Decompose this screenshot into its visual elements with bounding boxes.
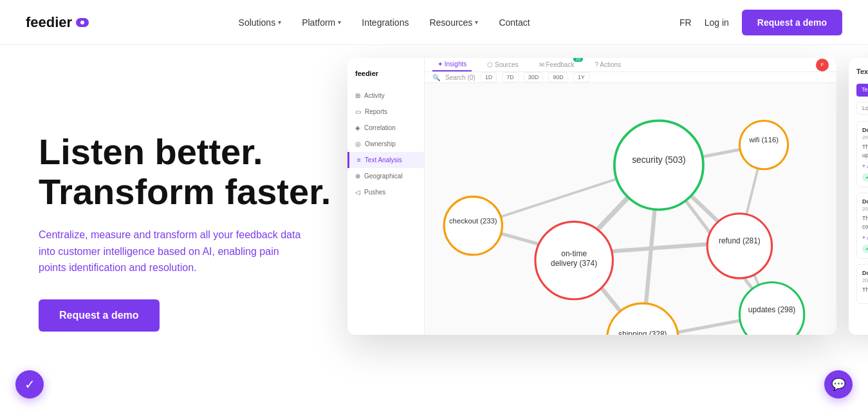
nav-right: FR Log in Request a demo	[679, 10, 842, 35]
nav-resources[interactable]: Resources ▾	[429, 17, 478, 28]
feedback-card: Do you have any improvements for our tea…	[856, 193, 868, 259]
pushes-icon: ◁	[355, 189, 360, 196]
language-switcher[interactable]: FR	[679, 17, 692, 28]
tab-sources[interactable]: ⬡ Sources	[482, 59, 523, 71]
activity-icon: ⊞	[355, 92, 360, 99]
tab-feedback[interactable]: ✉ Feedback 10	[534, 59, 580, 71]
svg-text:checkout (233): checkout (233)	[449, 217, 497, 225]
feedback-badge: 10	[573, 58, 584, 62]
text-panel-title: Text Answers	[856, 68, 868, 75]
svg-text:security (503): security (503)	[632, 155, 686, 165]
feedback-question: Do you have any improvements for our tea…	[862, 127, 868, 133]
correlation-icon: ◈	[355, 124, 360, 131]
text-panel-tabs: Text Answers Keyword Ranking	[856, 84, 868, 97]
search-row: 🔍 Search (0) 1D 7D 30D 90D 1Y	[425, 72, 836, 83]
score-badge: ✓ 42%	[862, 173, 868, 182]
tab-text-answers[interactable]: Text Answers	[856, 84, 868, 97]
sidebar-item-pushes[interactable]: ◁ Pushes	[347, 184, 424, 200]
nav-platform[interactable]: Platform ▾	[302, 17, 341, 28]
feedback-question: Do you have any improvements for our tea…	[862, 270, 868, 276]
sidebar-item-ownership[interactable]: ◎ Ownership	[347, 136, 424, 152]
hero-left: Listen better. Transform faster. Central…	[39, 132, 347, 332]
score-badge: ✓ 23%	[862, 245, 868, 253]
hero-title: Listen better. Transform faster.	[39, 132, 347, 211]
sidebar-item-activity[interactable]: ⊞ Activity	[347, 88, 424, 104]
nav-request-demo-button[interactable]: Request a demo	[742, 10, 842, 35]
feedback-date: 2023-08-03 11:33:03	[862, 278, 868, 283]
text-panel-header: Text Answers New Topic	[856, 66, 868, 77]
feedback-scores: ✓ 42% ✗ 4% ✗ 1% ✓ 54% 76.50%	[862, 173, 868, 182]
logo-icon	[76, 18, 89, 27]
chevron-down-icon: ▾	[475, 19, 478, 26]
check-icon: ✓	[24, 377, 35, 392]
navbar: feedier Solutions ▾ Platform ▾ Integrati…	[0, 0, 868, 45]
time-filter-1d[interactable]: 1D	[481, 72, 497, 82]
search-label[interactable]: Search (0)	[445, 74, 476, 81]
svg-text:refund (281): refund (281)	[719, 236, 761, 245]
feedback-card: Do you have any improvements for our tea…	[856, 264, 868, 304]
add-topic-link[interactable]: + Add Topic	[862, 234, 868, 241]
svg-point-12	[614, 120, 703, 209]
feedback-scores: ✓ 23% ✗ 4% ✓ 62% 25.08%	[862, 245, 868, 253]
time-filter-1y[interactable]: 1Y	[573, 72, 589, 82]
logo[interactable]: feedier	[26, 14, 89, 31]
hero-right: feedier ⊞ Activity ▭ Reports ◈ Correlati…	[347, 71, 842, 393]
svg-text:updates (298): updates (298)	[748, 305, 796, 314]
feedback-question: Do you have any improvements for our tea…	[862, 198, 868, 205]
sidebar-item-correlation[interactable]: ◈ Correlation	[347, 120, 424, 136]
sidebar-item-text-analysis[interactable]: ≡ Text Analysis	[347, 152, 424, 168]
feedback-text: The checkout process was a breeze, and I…	[862, 143, 868, 159]
feedback-text: Their commitment to quality and customer…	[862, 214, 868, 231]
svg-point-21	[707, 214, 771, 278]
hero-section: Listen better. Transform faster. Central…	[0, 45, 868, 414]
time-filter-30d[interactable]: 30D	[524, 72, 544, 82]
login-link[interactable]: Log in	[705, 17, 729, 28]
text-analysis-icon: ≡	[357, 156, 361, 164]
tab-insights[interactable]: ✦ Insights	[432, 58, 472, 71]
svg-point-16	[444, 196, 502, 254]
graph-canvas: security (503) wifi (116) checkout (233)…	[425, 83, 836, 335]
dashboard-logo: feedier	[347, 64, 424, 82]
sidebar-item-reports[interactable]: ▭ Reports	[347, 104, 424, 120]
svg-text:shipping (328): shipping (328)	[618, 330, 667, 335]
dashboard-main: ✦ Insights ⬡ Sources ✉ Feedback 10 ? Act…	[425, 58, 836, 335]
search-icon: 🔍	[432, 74, 440, 81]
hero-subtitle: Centralize, measure and transform all yo…	[39, 227, 309, 276]
dashboard-topbar: ✦ Insights ⬡ Sources ✉ Feedback 10 ? Act…	[425, 58, 836, 72]
feedback-card: Do you have any improvements for our tea…	[856, 121, 868, 187]
ownership-icon: ◎	[355, 140, 361, 147]
logo-text: feedier	[26, 14, 72, 31]
chat-widget-button[interactable]: 💬	[824, 370, 853, 399]
svg-text:wifi (116): wifi (116)	[748, 136, 779, 144]
sidebar-item-geographical[interactable]: ⊕ Geographical	[347, 168, 424, 184]
nav-links: Solutions ▾ Platform ▾ Integrations Reso…	[239, 17, 530, 28]
tab-actions[interactable]: ? Actions	[589, 59, 626, 71]
keyword-search-input[interactable]	[856, 102, 868, 115]
nav-contact[interactable]: Contact	[499, 17, 530, 28]
hero-request-demo-button[interactable]: Request a demo	[39, 299, 160, 332]
dashboard-mockup: feedier ⊞ Activity ▭ Reports ◈ Correlati…	[347, 58, 836, 335]
network-graph: security (503) wifi (116) checkout (233)…	[425, 83, 836, 335]
nav-integrations[interactable]: Integrations	[362, 17, 409, 28]
chat-icon: 💬	[831, 377, 845, 391]
time-filter-7d[interactable]: 7D	[502, 72, 519, 82]
chevron-down-icon: ▾	[278, 19, 281, 26]
feedback-date: 2023-08-03 11:03:09	[862, 206, 868, 212]
text-answers-panel: Text Answers New Topic Text Answers Keyw…	[849, 58, 868, 335]
nav-solutions[interactable]: Solutions ▾	[239, 17, 282, 28]
feedback-text: The website crashed multiple times durin…	[862, 286, 868, 294]
geographical-icon: ⊕	[355, 173, 360, 180]
dashboard-sidebar: feedier ⊞ Activity ▭ Reports ◈ Correlati…	[347, 58, 425, 335]
feedback-widget-button[interactable]: ✓	[15, 370, 44, 399]
feedback-date: 2023-08-03 11:15:12	[862, 135, 868, 140]
svg-point-14	[739, 120, 788, 169]
reports-icon: ▭	[355, 108, 361, 115]
time-filter-90d[interactable]: 90D	[548, 72, 568, 82]
svg-text:delivery (374): delivery (374)	[551, 259, 597, 268]
svg-text:on-time: on-time	[561, 249, 587, 258]
chevron-down-icon: ▾	[338, 19, 341, 26]
add-topic-link[interactable]: + Add Topic	[862, 163, 868, 169]
user-avatar: F	[816, 59, 829, 71]
